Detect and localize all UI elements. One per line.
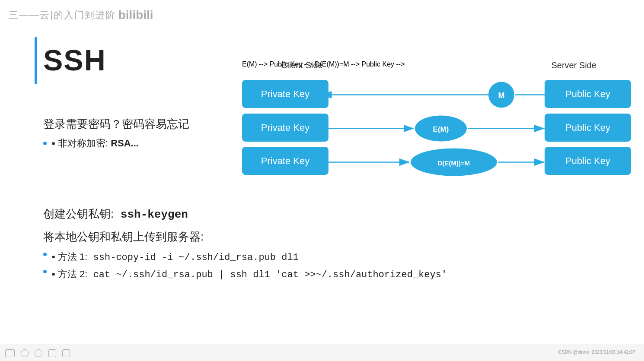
svg-point-8 — [411, 149, 497, 176]
bottom-toolbar — [0, 345, 644, 361]
bullet-dot-m2 — [43, 270, 47, 273]
toolbar-icon-5[interactable] — [62, 349, 70, 357]
svg-text:E(M): E(M) — [433, 125, 449, 133]
client-side-label: Client Side — [281, 60, 323, 70]
toolbar-icon-1[interactable] — [5, 349, 15, 357]
create-cmd-title: 创建公钥私钥: ssh-keygen — [43, 206, 447, 222]
toolbar-icon-3[interactable] — [35, 349, 42, 357]
create-cmd-code: ssh-keygen — [114, 208, 188, 221]
svg-point-4 — [415, 116, 467, 142]
method2-bullet: ▪ 方法 2: cat ~/.ssh/id_rsa.pub | ssh dl1 … — [43, 268, 447, 281]
private-key-box-1: Private Key — [242, 80, 328, 108]
ssh-diagram: Client Side Server Side Private Key Publ… — [242, 60, 631, 190]
commands-section: 创建公钥私钥: ssh-keygen 将本地公钥和私钥上传到服务器: ▪ 方法 … — [43, 206, 447, 285]
method1-bullet: ▪ 方法 1: ssh-copy-id -i ~/.ssh/id_rsa.pub… — [43, 250, 447, 263]
toolbar-icon-4[interactable] — [48, 349, 56, 357]
bullet-dot-1 — [43, 142, 47, 145]
bullet-asymmetric: ▪ 非对称加密: RSA... — [43, 137, 189, 150]
server-side-label: Server Side — [552, 60, 597, 70]
method2-text: ▪ 方法 2: cat ~/.ssh/id_rsa.pub | ssh dl1 … — [52, 268, 447, 281]
svg-text:D(E(M))=M: D(E(M))=M — [438, 159, 470, 167]
method1-code: ssh-copy-id -i ~/.ssh/id_rsa.pub dl1 — [87, 252, 298, 263]
svg-point-0 — [488, 82, 514, 108]
svg-text:M: M — [498, 91, 505, 100]
public-key-box-2: Public Key — [545, 114, 631, 142]
logo-bilibili: bilibili — [118, 8, 153, 22]
private-key-box-2: Private Key — [242, 114, 328, 142]
method2-code: cat ~/.ssh/id_rsa.pub | ssh dl1 'cat >>~… — [87, 269, 447, 280]
toolbar-icon-2[interactable] — [21, 349, 29, 357]
bullet-asymmetric-text: ▪ 非对称加密: RSA... — [52, 137, 139, 150]
page-title: SSH — [43, 43, 106, 77]
private-key-box-3: Private Key — [242, 147, 328, 175]
accent-bar — [35, 37, 37, 84]
header: 三——云|的入门到进阶 bilibili — [0, 0, 644, 30]
public-key-box-3: Public Key — [545, 147, 631, 175]
watermark: CSDN @xinno 2023/01/03 14:41:07 — [558, 349, 635, 355]
bullet-dot-m1 — [43, 253, 47, 256]
description-section: 登录需要密码？密码容易忘记 ▪ 非对称加密: RSA... — [43, 117, 189, 152]
method1-text: ▪ 方法 1: ssh-copy-id -i ~/.ssh/id_rsa.pub… — [52, 250, 299, 263]
public-key-box-1: Public Key — [545, 80, 631, 108]
logo-text: 三——云|的入门到进阶 — [9, 9, 116, 22]
upload-subtitle: 将本地公钥和私钥上传到服务器: — [43, 229, 447, 244]
description-line1: 登录需要密码？密码容易忘记 — [43, 117, 189, 132]
